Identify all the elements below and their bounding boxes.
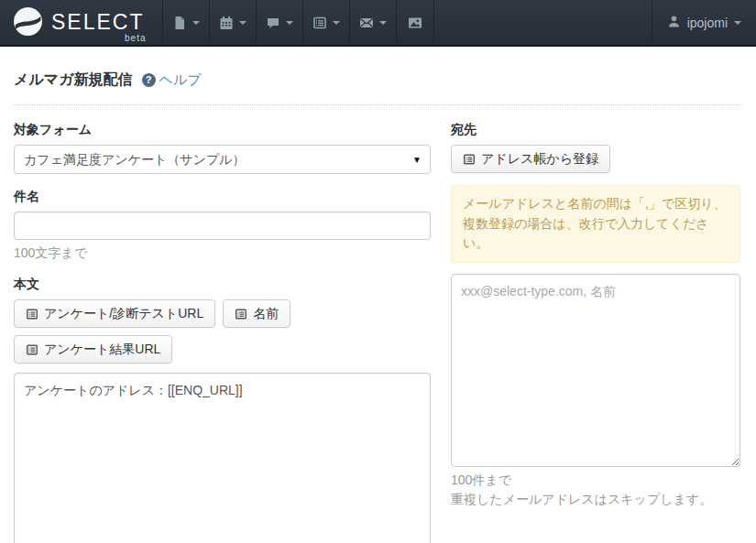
chevron-down-icon — [333, 21, 340, 25]
user-icon — [667, 15, 681, 31]
left-column: 対象フォーム カフェ満足度アンケート（サンプル） ▼ 件名 100文字まで 本文 — [14, 122, 431, 543]
subject-input[interactable] — [14, 212, 431, 240]
subject-label: 件名 — [14, 189, 431, 205]
user-name: ipojomi — [687, 16, 728, 30]
navbar-spacer — [434, 0, 651, 45]
insert-result-url-label: アンケート結果URL — [44, 342, 160, 358]
select-logo-icon — [13, 6, 43, 39]
help-link[interactable]: ? ヘルプ — [142, 71, 202, 89]
body-section: 本文 アンケート/診断テストURL — [14, 277, 431, 543]
chevron-down-icon — [734, 21, 741, 25]
page-title: メルマガ新規配信 — [14, 71, 133, 90]
newsletter-form: 対象フォーム カフェ満足度アンケート（サンプル） ▼ 件名 100文字まで 本文 — [14, 122, 742, 543]
top-navbar: SELECT beta — [0, 0, 756, 47]
chevron-down-icon — [379, 21, 387, 25]
insert-name-button[interactable]: 名前 — [223, 299, 290, 328]
main-content: メルマガ新規配信 ? ヘルプ 対象フォーム カフェ満足度アンケート（サンプル） … — [0, 71, 756, 543]
brand-name: SELECT beta — [51, 12, 144, 33]
body-label: 本文 — [14, 277, 431, 293]
recipients-count-hint: 100件まで — [451, 472, 740, 489]
navbar-menu — [162, 0, 434, 45]
target-form-section: 対象フォーム カフェ満足度アンケート（サンプル） ▼ — [14, 122, 431, 174]
subject-section: 件名 100文字まで — [14, 189, 431, 262]
nav-forms-dropdown[interactable] — [162, 0, 209, 45]
nav-images-button[interactable] — [396, 0, 434, 45]
target-form-label: 対象フォーム — [14, 122, 431, 138]
file-icon — [172, 16, 187, 30]
brand-beta-label: beta — [125, 34, 146, 43]
recipients-label: 宛先 — [451, 122, 740, 138]
recipients-textarea[interactable] — [451, 274, 740, 467]
nav-messages-dropdown[interactable] — [256, 0, 302, 45]
help-link-label: ヘルプ — [159, 71, 202, 89]
body-textarea[interactable]: アンケートのアドレス：[[ENQ_URL]] — [14, 373, 431, 543]
brand-logo[interactable]: SELECT beta — [0, 0, 162, 45]
chevron-down-icon — [192, 21, 200, 25]
chevron-down-icon — [239, 21, 247, 25]
nav-mail-dropdown[interactable] — [349, 0, 396, 45]
insert-button-row: アンケート/診断テストURL 名前 — [14, 299, 431, 364]
insert-enquete-url-label: アンケート/診断テストURL — [44, 306, 203, 322]
image-icon — [408, 16, 422, 30]
insert-result-url-button[interactable]: アンケート結果URL — [14, 335, 172, 364]
target-form-select[interactable]: カフェ満足度アンケート（サンプル） — [14, 145, 431, 174]
chevron-down-icon — [286, 21, 293, 25]
recipients-notice: メールアドレスと名前の間は「,」で区切り、複数登録の場合は、改行で入力してくださ… — [451, 185, 740, 263]
nav-calendar-dropdown[interactable] — [209, 0, 256, 45]
recipients-duplicate-hint: 重複したメールアドレスはスキップします。 — [451, 492, 740, 508]
form-icon — [463, 153, 476, 166]
calendar-icon — [219, 16, 234, 30]
address-book-button[interactable]: アドレス帳から登録 — [451, 145, 610, 173]
nav-lists-dropdown[interactable] — [302, 0, 349, 45]
header-divider — [14, 104, 742, 105]
insert-enquete-url-button[interactable]: アンケート/診断テストURL — [14, 299, 215, 328]
address-book-label: アドレス帳から登録 — [481, 151, 598, 168]
form-icon — [26, 308, 38, 320]
subject-hint: 100文字まで — [14, 245, 431, 262]
right-column: 宛先 アドレス帳から登録 メールアドレスと名前の間は「,」で区切り、複数登録の場… — [451, 122, 740, 543]
comment-icon — [266, 16, 280, 30]
insert-name-label: 名前 — [253, 306, 279, 322]
help-icon: ? — [142, 73, 156, 87]
form-icon — [26, 343, 38, 356]
form-icon — [235, 308, 247, 320]
user-menu[interactable]: ipojomi — [652, 0, 756, 45]
mail-icon — [359, 16, 374, 30]
page-header: メルマガ新規配信 ? ヘルプ — [14, 71, 742, 90]
form-icon — [312, 16, 327, 30]
